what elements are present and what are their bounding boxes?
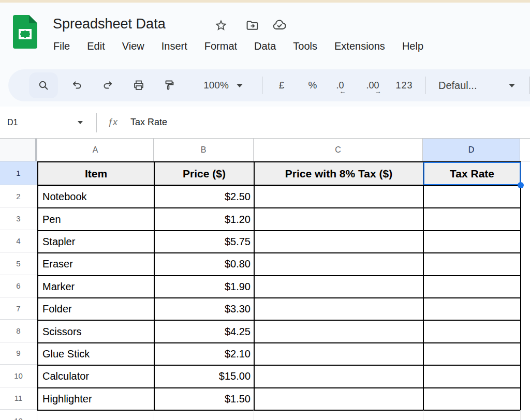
gridline: [154, 410, 154, 420]
cell-b10[interactable]: $15.00: [155, 366, 255, 388]
cell-a8[interactable]: Scissors: [38, 321, 155, 343]
more-formats-button[interactable]: 123: [394, 69, 415, 101]
cell-a1[interactable]: Item: [38, 162, 155, 186]
cell-c3[interactable]: [255, 208, 424, 231]
menu-tools[interactable]: Tools: [293, 40, 317, 52]
menu-file[interactable]: File: [53, 40, 70, 52]
decrease-decimal-button[interactable]: .0←: [331, 69, 349, 101]
print-icon[interactable]: [132, 69, 145, 101]
cell-c5[interactable]: [255, 253, 424, 276]
fill-handle[interactable]: [518, 182, 524, 188]
menu-view[interactable]: View: [122, 40, 144, 52]
cell-b5[interactable]: $0.80: [155, 253, 255, 276]
cell-b1[interactable]: Price ($): [155, 162, 255, 186]
row-header-3[interactable]: 3: [0, 207, 37, 230]
cell-a3[interactable]: Pen: [38, 208, 155, 231]
menu-data[interactable]: Data: [254, 40, 276, 52]
row-header-5[interactable]: 5: [0, 252, 37, 275]
cell-a4[interactable]: Stapler: [38, 231, 155, 253]
increase-decimal-button[interactable]: .00→: [362, 69, 383, 101]
cell-c10[interactable]: [255, 366, 424, 388]
formula-bar-divider: [96, 113, 97, 132]
column-header-b[interactable]: B: [154, 139, 254, 161]
paint-format-icon[interactable]: [163, 69, 175, 101]
formula-bar: D1 ƒx Tax Rate: [0, 107, 530, 139]
cell-b6[interactable]: $1.90: [155, 276, 255, 298]
currency-format-button[interactable]: £: [273, 69, 290, 101]
cell-c6[interactable]: [255, 276, 424, 298]
document-title[interactable]: Spreadsheet Data: [53, 16, 166, 32]
sheets-logo-icon[interactable]: [13, 15, 37, 49]
cell-a5[interactable]: Eraser: [38, 253, 155, 276]
cell-c4[interactable]: [255, 231, 424, 253]
zoom-control[interactable]: 100%: [195, 69, 252, 101]
cell-d11[interactable]: [424, 388, 521, 411]
cell-b2[interactable]: $2.50: [155, 186, 255, 208]
cell-d5[interactable]: [424, 253, 521, 276]
row-header-11[interactable]: 11: [0, 387, 37, 410]
font-selector[interactable]: Defaul...: [434, 69, 519, 101]
cell-d7[interactable]: [424, 298, 521, 321]
search-icon[interactable]: [37, 69, 50, 101]
menu-edit[interactable]: Edit: [87, 40, 105, 52]
cell-b8[interactable]: $4.25: [155, 321, 255, 343]
row-header-8[interactable]: 8: [0, 320, 37, 342]
row-header-9[interactable]: 9: [0, 342, 37, 365]
move-folder-icon[interactable]: [244, 18, 260, 33]
cell-b3[interactable]: $1.20: [155, 208, 255, 231]
toolbar: 100% £ % .0← .00→ 123 Defaul...: [8, 69, 530, 101]
column-header-d-selected[interactable]: D: [423, 139, 520, 161]
menu-insert[interactable]: Insert: [161, 40, 187, 52]
row-header-7[interactable]: 7: [0, 297, 37, 320]
cell-b7[interactable]: $3.30: [155, 298, 255, 321]
cell-d6[interactable]: [424, 276, 521, 298]
percent-format-button[interactable]: %: [304, 69, 321, 101]
cell-a10[interactable]: Calculator: [38, 366, 155, 388]
cell-c1[interactable]: Price with 8% Tax ($): [255, 162, 424, 186]
menu-format[interactable]: Format: [204, 40, 237, 52]
cell-c8[interactable]: [255, 321, 424, 343]
cell-d1-selected[interactable]: Tax Rate: [424, 162, 521, 186]
menu-help[interactable]: Help: [402, 40, 423, 52]
cell-b9[interactable]: $2.10: [155, 343, 255, 366]
column-header-c[interactable]: C: [254, 139, 423, 161]
formula-input[interactable]: Tax Rate: [130, 107, 167, 138]
menu-extensions[interactable]: Extensions: [334, 40, 385, 52]
cell-d2[interactable]: [424, 186, 521, 208]
cell-c11[interactable]: [255, 388, 424, 411]
row-header-2[interactable]: 2: [0, 185, 37, 207]
cell-a11[interactable]: Highlighter: [38, 388, 155, 411]
cell-d4[interactable]: [424, 231, 521, 253]
cell-c7[interactable]: [255, 298, 424, 321]
undo-icon[interactable]: [71, 69, 83, 101]
cell-a6[interactable]: Marker: [38, 276, 155, 298]
chevron-down-icon[interactable]: [78, 121, 83, 124]
cell-b4[interactable]: $5.75: [155, 231, 255, 253]
cell-d10[interactable]: [424, 366, 521, 388]
cell-d8[interactable]: [424, 321, 521, 343]
row-header-1-selected[interactable]: 1: [0, 161, 37, 185]
column-header-a[interactable]: A: [37, 139, 154, 161]
cell-d9[interactable]: [424, 343, 521, 366]
cell-a9[interactable]: Glue Stick: [38, 343, 155, 366]
star-icon[interactable]: [213, 18, 229, 33]
cell-a7[interactable]: Folder: [38, 298, 155, 321]
select-all-corner[interactable]: [0, 139, 37, 161]
row-header-10[interactable]: 10: [0, 365, 37, 387]
row-header-4[interactable]: 4: [0, 230, 37, 252]
left-arrow-icon: ←: [340, 87, 346, 95]
row-header-6[interactable]: 6: [0, 275, 37, 297]
toolbar-divider: [529, 77, 529, 94]
cell-b11[interactable]: $1.50: [155, 388, 255, 411]
row-header-12[interactable]: 12: [0, 410, 37, 420]
gridline: [254, 410, 254, 420]
right-arrow-icon: →: [375, 87, 381, 95]
redo-icon[interactable]: [101, 69, 114, 101]
cell-a2[interactable]: Notebook: [38, 186, 155, 208]
cell-d3[interactable]: [424, 208, 521, 231]
cell-c9[interactable]: [255, 343, 424, 366]
cell-grid: Item Price ($) Price with 8% Tax ($) Tax…: [37, 161, 521, 411]
gridline: [423, 410, 423, 420]
cloud-saved-icon[interactable]: [272, 18, 287, 33]
cell-c2[interactable]: [255, 186, 424, 208]
